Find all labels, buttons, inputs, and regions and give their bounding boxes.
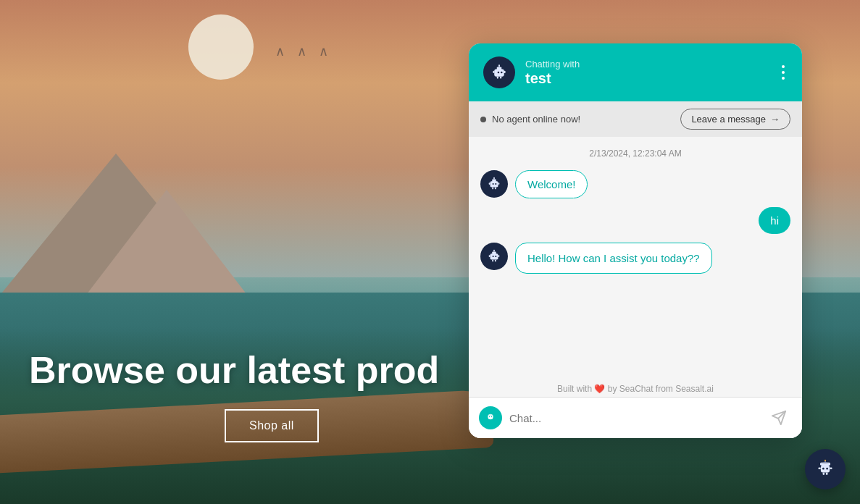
svg-point-5 — [498, 64, 500, 66]
menu-dot — [782, 71, 785, 74]
menu-dot — [782, 65, 785, 68]
svg-rect-36 — [821, 466, 830, 473]
svg-rect-27 — [498, 255, 500, 257]
svg-point-23 — [495, 256, 496, 257]
agent-status: No agent online now! — [480, 114, 580, 125]
svg-rect-21 — [492, 252, 496, 255]
chat-menu-button[interactable] — [779, 62, 788, 83]
svg-rect-18 — [492, 188, 493, 190]
shop-all-button[interactable]: Shop all — [225, 409, 319, 442]
menu-dot — [782, 77, 785, 80]
svg-rect-6 — [493, 71, 494, 73]
robot-header-icon — [490, 63, 509, 82]
no-agent-text: No agent online now! — [492, 114, 580, 125]
svg-rect-26 — [489, 255, 490, 257]
chat-subtitle: Chatting with — [525, 59, 769, 70]
svg-point-38 — [826, 468, 828, 470]
chat-title: test — [525, 70, 769, 87]
chat-input-avatar — [479, 406, 502, 429]
input-avatar-icon — [484, 411, 497, 424]
svg-point-3 — [501, 72, 503, 74]
svg-point-45 — [819, 461, 831, 464]
chat-header: Chatting with test — [469, 43, 802, 101]
svg-point-2 — [498, 72, 500, 74]
svg-rect-16 — [489, 182, 490, 185]
svg-point-13 — [495, 183, 496, 185]
user-message-bubble: hi — [759, 207, 790, 234]
svg-rect-20 — [490, 253, 498, 259]
svg-point-22 — [493, 256, 494, 257]
chat-header-avatar — [483, 56, 515, 88]
send-icon — [771, 410, 787, 426]
svg-rect-17 — [498, 182, 500, 185]
leave-message-label: Leave a message — [691, 114, 766, 125]
moon — [188, 14, 254, 80]
bot-avatar2 — [480, 243, 508, 270]
chat-header-info: Chatting with test — [525, 59, 769, 87]
svg-rect-28 — [492, 260, 493, 262]
bot-message-bubble2: Hello! How can I assist you today?? — [515, 243, 712, 274]
svg-rect-7 — [504, 71, 506, 73]
chat-messages: 2/13/2024, 12:23:04 AM Welcome! — [469, 137, 802, 379]
bot-message-bubble: Welcome! — [515, 170, 588, 198]
svg-point-37 — [822, 468, 824, 470]
svg-rect-43 — [823, 472, 825, 475]
chat-input-area — [469, 397, 802, 438]
svg-point-25 — [493, 250, 495, 251]
chat-input[interactable] — [509, 412, 759, 424]
birds: ∧ ∧ ∧ — [275, 43, 333, 59]
svg-point-15 — [493, 177, 495, 179]
floating-chat-button[interactable] — [805, 449, 846, 490]
svg-point-32 — [489, 416, 490, 417]
svg-rect-44 — [826, 472, 828, 475]
svg-point-40 — [824, 460, 826, 461]
svg-rect-10 — [490, 181, 498, 187]
user-message-row: hi — [480, 207, 790, 234]
bot-avatar — [480, 170, 508, 198]
svg-rect-8 — [497, 76, 498, 78]
leave-message-arrow: → — [770, 114, 780, 125]
svg-rect-9 — [500, 76, 501, 78]
robot-avatar-icon — [486, 176, 502, 192]
bot-message-row2: Hello! How can I assist you today?? — [480, 243, 790, 274]
built-with-text: Built with ❤️ by SeaChat from Seasalt.ai — [469, 379, 802, 397]
message-timestamp: 2/13/2024, 12:23:04 AM — [480, 148, 790, 159]
svg-rect-41 — [818, 467, 821, 469]
svg-rect-19 — [495, 188, 496, 190]
svg-rect-29 — [495, 260, 496, 262]
svg-rect-1 — [497, 67, 502, 70]
status-dot-icon — [480, 117, 486, 122]
bot-message-row: Welcome! — [480, 170, 790, 198]
hero-text: Browse our latest prod — [29, 348, 439, 392]
send-button[interactable] — [766, 405, 792, 431]
svg-point-12 — [493, 183, 494, 185]
chat-status-bar: No agent online now! Leave a message → — [469, 101, 802, 137]
leave-message-button[interactable]: Leave a message → — [680, 109, 790, 130]
svg-rect-11 — [492, 180, 496, 182]
chat-widget: Chatting with test No agent online now! … — [469, 43, 802, 438]
svg-point-33 — [491, 416, 492, 417]
svg-rect-42 — [830, 467, 832, 469]
robot-avatar-icon2 — [486, 248, 502, 264]
floating-chat-icon — [815, 459, 835, 479]
svg-rect-31 — [488, 416, 493, 419]
